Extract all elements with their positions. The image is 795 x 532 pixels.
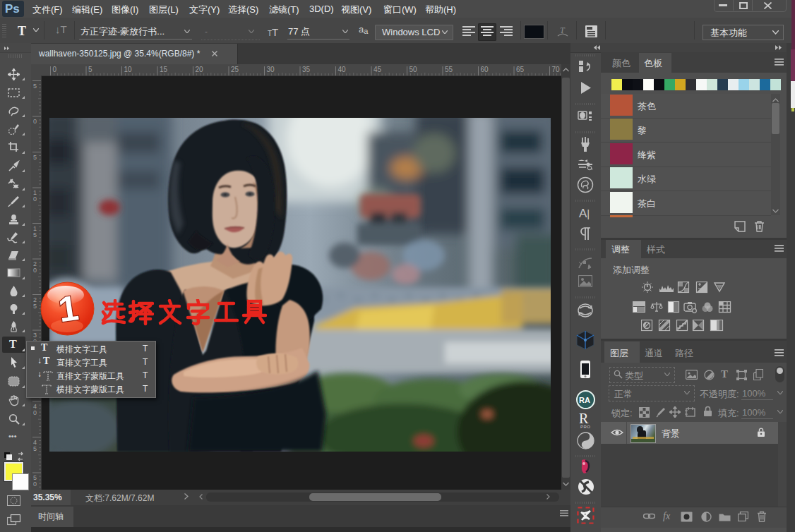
- svg-text:45: 45: [373, 66, 382, 73]
- svg-text:40: 40: [338, 66, 347, 73]
- svg-text:0: 0: [33, 267, 37, 274]
- svg-text:30: 30: [267, 66, 275, 73]
- svg-text:10: 10: [124, 66, 133, 73]
- svg-text:60: 60: [481, 66, 489, 73]
- svg-text:35: 35: [302, 66, 311, 73]
- svg-text:55: 55: [445, 66, 453, 73]
- svg-text:50: 50: [410, 66, 418, 73]
- svg-text:0: 0: [33, 409, 37, 416]
- svg-text:0: 0: [33, 118, 37, 125]
- svg-text:5: 5: [33, 154, 37, 161]
- svg-text:5: 5: [33, 231, 37, 238]
- svg-text:5: 5: [33, 83, 37, 90]
- svg-text:25: 25: [231, 66, 239, 73]
- svg-text:5: 5: [33, 303, 37, 310]
- svg-text:65: 65: [516, 66, 525, 73]
- svg-text:15: 15: [160, 66, 168, 73]
- svg-text:20: 20: [196, 66, 204, 73]
- svg-text:RA: RA: [579, 396, 590, 404]
- svg-text:5: 5: [88, 66, 92, 73]
- svg-text:70: 70: [552, 66, 561, 73]
- svg-text:0: 0: [33, 480, 37, 488]
- svg-text:0: 0: [53, 66, 57, 73]
- svg-text:5: 5: [33, 445, 37, 452]
- svg-text:0: 0: [33, 195, 37, 202]
